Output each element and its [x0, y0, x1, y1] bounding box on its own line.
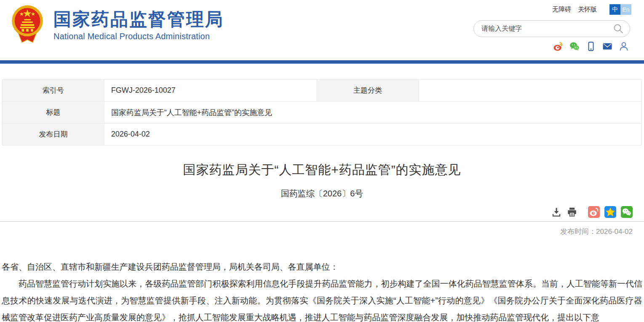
divider — [0, 221, 644, 222]
site-subtitle: National Medical Products Administration — [53, 32, 224, 41]
search-box — [474, 20, 630, 37]
weibo-share-button[interactable] — [588, 206, 600, 218]
search-input[interactable] — [482, 25, 613, 32]
document-number: 国药监综〔2026〕6号 — [0, 188, 644, 199]
toolbar — [0, 206, 633, 218]
salutation: 各省、自治区、直辖市和新疆生产建设兵团药品监督管理局，局机关各司局、各直属单位： — [2, 258, 642, 275]
social-links — [553, 41, 629, 51]
top-links: 无障碍 关怀版 中 En — [552, 4, 631, 15]
wechat-share-icon — [621, 206, 633, 218]
topic-label: 主题分类 — [317, 80, 419, 102]
site-title-block: 国家药品监督管理局 National Medical Products Admi… — [53, 8, 224, 41]
document-meta-table: 索引号 FGWJ-2026-10027 主题分类 标题 国家药监局关于“人工智能… — [2, 79, 642, 145]
site-logo[interactable]: 国家药品监督管理局 National Medical Products Admi… — [11, 4, 224, 46]
mail-icon[interactable] — [602, 41, 612, 51]
date-label: 发布日期 — [3, 123, 104, 145]
paragraph: 药品智慧监管行动计划实施以来，各级药品监管部门积极探索利用信息化手段提升药品监管… — [2, 275, 642, 322]
print-button[interactable] — [567, 207, 577, 217]
table-row: 发布日期 2026-04-02 — [3, 123, 642, 145]
main-content: 索引号 FGWJ-2026-10027 主题分类 标题 国家药监局关于“人工智能… — [0, 79, 644, 322]
language-toggle: 中 En — [609, 4, 631, 15]
document-body: 各省、自治区、直辖市和新疆生产建设兵团药品监督管理局，局机关各司局、各直属单位：… — [2, 258, 642, 322]
care-version-link[interactable]: 关怀版 — [578, 5, 597, 13]
site-title: 国家药品监督管理局 — [53, 8, 224, 31]
index-value: FGWJ-2026-10027 — [104, 80, 317, 102]
publish-time-value: 2026-04-02 — [596, 228, 633, 236]
search-icon — [613, 23, 624, 34]
table-row: 索引号 FGWJ-2026-10027 主题分类 — [3, 80, 642, 102]
date-value: 2026-04-02 — [104, 123, 642, 145]
title-value: 国家药监局关于“人工智能+药品监管”的实施意见 — [104, 102, 642, 123]
document-title: 国家药监局关于“人工智能+药品监管”的实施意见 — [0, 161, 644, 179]
download-icon — [551, 207, 562, 217]
lang-zh-button[interactable]: 中 — [609, 4, 620, 15]
qzone-share-button[interactable] — [604, 206, 616, 218]
mobile-icon[interactable] — [586, 41, 596, 51]
weibo-icon[interactable] — [553, 41, 563, 51]
search-button[interactable] — [613, 23, 624, 34]
site-header: 国家药品监督管理局 National Medical Products Admi… — [0, 0, 644, 60]
publish-time: 发布时间：2026-04-02 — [0, 227, 633, 236]
national-emblem-icon — [11, 4, 44, 46]
accessibility-link[interactable]: 无障碍 — [552, 5, 571, 13]
user-icon[interactable] — [619, 41, 629, 51]
wechat-icon[interactable] — [569, 41, 580, 51]
publish-time-label: 发布时间： — [560, 228, 596, 236]
table-row: 标题 国家药监局关于“人工智能+药品监管”的实施意见 — [3, 102, 642, 123]
wechat-share-button[interactable] — [621, 206, 633, 218]
download-button[interactable] — [551, 207, 562, 217]
topic-value — [419, 80, 642, 102]
weibo-share-icon — [588, 206, 600, 218]
title-label: 标题 — [3, 102, 104, 123]
nav-bar — [0, 60, 644, 64]
index-label: 索引号 — [3, 80, 104, 102]
print-icon — [567, 207, 577, 217]
lang-en-button[interactable]: En — [620, 4, 631, 15]
qzone-star-icon — [604, 206, 616, 218]
